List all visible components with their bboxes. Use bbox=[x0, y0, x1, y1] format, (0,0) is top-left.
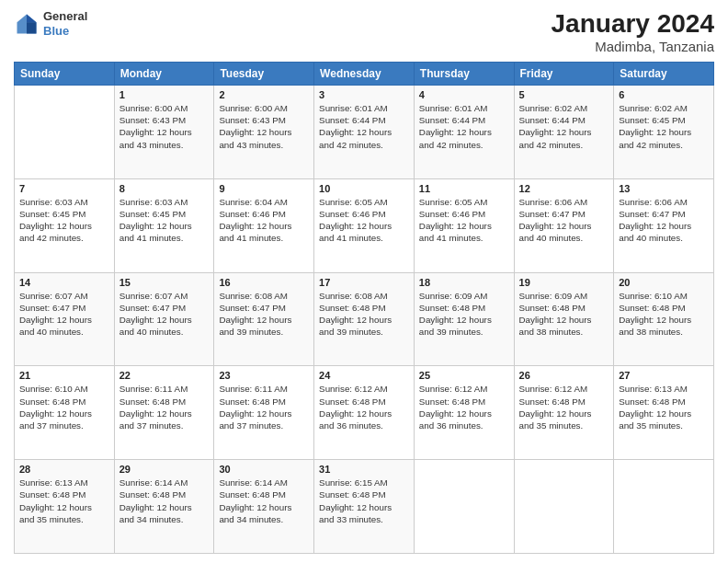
calendar-cell bbox=[15, 86, 115, 179]
day-detail: Sunrise: 6:10 AMSunset: 6:48 PMDaylight:… bbox=[19, 383, 109, 431]
calendar-cell: 8Sunrise: 6:03 AMSunset: 6:45 PMDaylight… bbox=[114, 178, 214, 272]
calendar-cell bbox=[414, 460, 514, 554]
day-detail: Sunrise: 6:15 AMSunset: 6:48 PMDaylight:… bbox=[319, 477, 409, 525]
calendar-cell: 22Sunrise: 6:11 AMSunset: 6:48 PMDayligh… bbox=[114, 366, 214, 460]
day-number: 1 bbox=[119, 89, 210, 100]
day-number: 22 bbox=[119, 370, 210, 381]
calendar-cell: 29Sunrise: 6:14 AMSunset: 6:48 PMDayligh… bbox=[114, 460, 214, 554]
calendar-cell: 24Sunrise: 6:12 AMSunset: 6:48 PMDayligh… bbox=[314, 366, 415, 460]
calendar-cell: 11Sunrise: 6:05 AMSunset: 6:46 PMDayligh… bbox=[414, 178, 514, 272]
day-number: 26 bbox=[519, 370, 609, 381]
day-detail: Sunrise: 6:11 AMSunset: 6:48 PMDaylight:… bbox=[119, 383, 210, 431]
calendar-cell: 26Sunrise: 6:12 AMSunset: 6:48 PMDayligh… bbox=[514, 366, 614, 460]
day-number: 9 bbox=[219, 183, 309, 194]
weekday-header-row: SundayMondayTuesdayWednesdayThursdayFrid… bbox=[15, 63, 714, 86]
day-number: 21 bbox=[19, 370, 109, 381]
calendar-cell: 27Sunrise: 6:13 AMSunset: 6:48 PMDayligh… bbox=[614, 366, 714, 460]
day-detail: Sunrise: 6:12 AMSunset: 6:48 PMDaylight:… bbox=[319, 383, 409, 431]
day-detail: Sunrise: 6:08 AMSunset: 6:48 PMDaylight:… bbox=[319, 290, 409, 339]
day-detail: Sunrise: 6:06 AMSunset: 6:47 PMDaylight:… bbox=[619, 196, 709, 245]
calendar-cell: 30Sunrise: 6:14 AMSunset: 6:48 PMDayligh… bbox=[214, 460, 314, 554]
page: General Blue January 2024 Madimba, Tanza… bbox=[0, 0, 728, 563]
day-detail: Sunrise: 6:08 AMSunset: 6:47 PMDaylight:… bbox=[219, 290, 309, 339]
calendar-cell: 3Sunrise: 6:01 AMSunset: 6:44 PMDaylight… bbox=[314, 86, 415, 179]
day-number: 28 bbox=[19, 464, 109, 475]
day-detail: Sunrise: 6:03 AMSunset: 6:45 PMDaylight:… bbox=[119, 196, 210, 245]
day-number: 23 bbox=[219, 370, 309, 381]
day-number: 18 bbox=[419, 277, 509, 288]
day-detail: Sunrise: 6:04 AMSunset: 6:46 PMDaylight:… bbox=[219, 196, 309, 245]
day-detail: Sunrise: 6:10 AMSunset: 6:48 PMDaylight:… bbox=[619, 290, 709, 339]
calendar-table: SundayMondayTuesdayWednesdayThursdayFrid… bbox=[14, 62, 714, 554]
day-detail: Sunrise: 6:01 AMSunset: 6:44 PMDaylight:… bbox=[419, 102, 509, 151]
calendar-cell: 2Sunrise: 6:00 AMSunset: 6:43 PMDaylight… bbox=[214, 86, 314, 179]
calendar-cell: 13Sunrise: 6:06 AMSunset: 6:47 PMDayligh… bbox=[614, 178, 714, 272]
calendar-cell: 21Sunrise: 6:10 AMSunset: 6:48 PMDayligh… bbox=[15, 366, 115, 460]
svg-marker-2 bbox=[27, 22, 37, 33]
header: General Blue January 2024 Madimba, Tanza… bbox=[14, 9, 714, 54]
calendar-cell: 23Sunrise: 6:11 AMSunset: 6:48 PMDayligh… bbox=[214, 366, 314, 460]
calendar-cell: 28Sunrise: 6:13 AMSunset: 6:48 PMDayligh… bbox=[15, 460, 115, 554]
calendar-cell: 14Sunrise: 6:07 AMSunset: 6:47 PMDayligh… bbox=[15, 272, 115, 366]
weekday-header-monday: Monday bbox=[114, 63, 214, 86]
day-detail: Sunrise: 6:02 AMSunset: 6:45 PMDaylight:… bbox=[619, 102, 709, 151]
logo-icon bbox=[14, 11, 40, 37]
calendar-week-4: 21Sunrise: 6:10 AMSunset: 6:48 PMDayligh… bbox=[15, 366, 714, 460]
day-number: 8 bbox=[119, 183, 210, 194]
weekday-header-thursday: Thursday bbox=[414, 63, 514, 86]
day-number: 3 bbox=[319, 89, 409, 100]
logo-general: General bbox=[43, 9, 87, 24]
calendar-cell bbox=[614, 460, 714, 554]
page-title: January 2024 bbox=[552, 9, 714, 39]
day-number: 6 bbox=[619, 89, 709, 100]
calendar-cell: 17Sunrise: 6:08 AMSunset: 6:48 PMDayligh… bbox=[314, 272, 415, 366]
day-detail: Sunrise: 6:00 AMSunset: 6:43 PMDaylight:… bbox=[219, 102, 309, 151]
day-detail: Sunrise: 6:05 AMSunset: 6:46 PMDaylight:… bbox=[419, 196, 509, 245]
calendar-week-2: 7Sunrise: 6:03 AMSunset: 6:45 PMDaylight… bbox=[15, 178, 714, 272]
logo-blue: Blue bbox=[43, 24, 87, 39]
day-number: 13 bbox=[619, 183, 709, 194]
day-number: 19 bbox=[519, 277, 609, 288]
day-number: 11 bbox=[419, 183, 509, 194]
weekday-header-sunday: Sunday bbox=[15, 63, 115, 86]
calendar-cell bbox=[514, 460, 614, 554]
day-detail: Sunrise: 6:13 AMSunset: 6:48 PMDaylight:… bbox=[19, 477, 109, 525]
day-number: 2 bbox=[219, 89, 309, 100]
day-number: 15 bbox=[119, 277, 210, 288]
calendar-cell: 9Sunrise: 6:04 AMSunset: 6:46 PMDaylight… bbox=[214, 178, 314, 272]
calendar-cell: 20Sunrise: 6:10 AMSunset: 6:48 PMDayligh… bbox=[614, 272, 714, 366]
day-number: 27 bbox=[619, 370, 709, 381]
weekday-header-saturday: Saturday bbox=[614, 63, 714, 86]
day-detail: Sunrise: 6:09 AMSunset: 6:48 PMDaylight:… bbox=[519, 290, 609, 339]
day-detail: Sunrise: 6:11 AMSunset: 6:48 PMDaylight:… bbox=[219, 383, 309, 431]
calendar-cell: 19Sunrise: 6:09 AMSunset: 6:48 PMDayligh… bbox=[514, 272, 614, 366]
day-number: 31 bbox=[319, 464, 409, 475]
day-number: 16 bbox=[219, 277, 309, 288]
day-number: 29 bbox=[119, 464, 210, 475]
weekday-header-friday: Friday bbox=[514, 63, 614, 86]
logo-text: General Blue bbox=[43, 9, 87, 38]
calendar-cell: 12Sunrise: 6:06 AMSunset: 6:47 PMDayligh… bbox=[514, 178, 614, 272]
day-detail: Sunrise: 6:07 AMSunset: 6:47 PMDaylight:… bbox=[119, 290, 210, 339]
day-detail: Sunrise: 6:06 AMSunset: 6:47 PMDaylight:… bbox=[519, 196, 609, 245]
title-block: January 2024 Madimba, Tanzania bbox=[552, 9, 714, 54]
day-number: 20 bbox=[619, 277, 709, 288]
calendar-cell: 6Sunrise: 6:02 AMSunset: 6:45 PMDaylight… bbox=[614, 86, 714, 179]
day-number: 10 bbox=[319, 183, 409, 194]
day-detail: Sunrise: 6:12 AMSunset: 6:48 PMDaylight:… bbox=[519, 383, 609, 431]
calendar-cell: 18Sunrise: 6:09 AMSunset: 6:48 PMDayligh… bbox=[414, 272, 514, 366]
calendar-cell: 25Sunrise: 6:12 AMSunset: 6:48 PMDayligh… bbox=[414, 366, 514, 460]
day-number: 14 bbox=[19, 277, 109, 288]
day-detail: Sunrise: 6:02 AMSunset: 6:44 PMDaylight:… bbox=[519, 102, 609, 151]
day-number: 24 bbox=[319, 370, 409, 381]
calendar-cell: 7Sunrise: 6:03 AMSunset: 6:45 PMDaylight… bbox=[15, 178, 115, 272]
calendar-week-1: 1Sunrise: 6:00 AMSunset: 6:43 PMDaylight… bbox=[15, 86, 714, 179]
svg-marker-1 bbox=[27, 14, 37, 22]
calendar-cell: 5Sunrise: 6:02 AMSunset: 6:44 PMDaylight… bbox=[514, 86, 614, 179]
calendar-week-3: 14Sunrise: 6:07 AMSunset: 6:47 PMDayligh… bbox=[15, 272, 714, 366]
day-detail: Sunrise: 6:13 AMSunset: 6:48 PMDaylight:… bbox=[619, 383, 709, 431]
day-number: 7 bbox=[19, 183, 109, 194]
calendar-cell: 10Sunrise: 6:05 AMSunset: 6:46 PMDayligh… bbox=[314, 178, 415, 272]
logo: General Blue bbox=[14, 9, 87, 38]
day-detail: Sunrise: 6:09 AMSunset: 6:48 PMDaylight:… bbox=[419, 290, 509, 339]
